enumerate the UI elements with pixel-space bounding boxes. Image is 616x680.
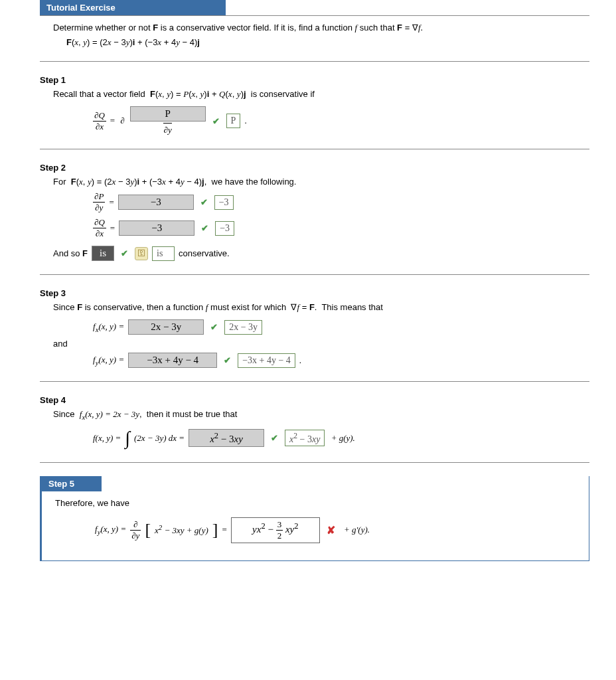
left-bracket-icon: [: [145, 520, 151, 540]
dp-dy-label: ∂P ∂y: [93, 191, 105, 213]
step3-fy-correct: −3x + 4y − 4: [238, 353, 295, 368]
step5-answer-input[interactable]: yx2 − 32 xy2: [231, 517, 320, 543]
step4-tail: + g(y).: [329, 433, 354, 444]
step-3-text: Since F is conservative, then a function…: [53, 302, 589, 313]
step-3-title: Step 3: [40, 288, 589, 298]
step1-answer-input[interactable]: P: [130, 106, 206, 122]
step3-and: and: [53, 339, 589, 349]
step4-lhs: f(x, y) =: [93, 433, 121, 444]
step-5-title: Step 5: [42, 476, 102, 491]
step-1-text: Recall that a vector field F(x, y) = P(x…: [53, 89, 589, 100]
step-3: Step 3 Since F is conservative, then a f…: [40, 288, 589, 368]
step-2-title: Step 2: [40, 163, 589, 173]
prompt-equation: F(x, y) = (2x − 3y)i + (−3x + 4y − 4)j: [53, 37, 589, 48]
d-dy-operator: ∂ ∂y: [130, 519, 141, 541]
tutorial-exercise-header: Tutorial Exercise: [40, 0, 226, 15]
step2-dp-input[interactable]: −3: [118, 195, 194, 210]
integral-icon: ∫: [125, 428, 130, 449]
step2-conclusion-pre: And so F: [53, 248, 88, 258]
step5-tail: + g'(y).: [342, 525, 370, 535]
check-icon: ✔: [224, 355, 231, 365]
check-icon: ✔: [200, 197, 208, 207]
step5-lhs: fy(x, y) =: [95, 524, 126, 536]
step4-answer-input[interactable]: x2 − 3xy: [189, 429, 264, 447]
step4-correct: x2 − 3xy: [285, 430, 325, 447]
check-icon: ✔: [210, 322, 218, 332]
step2-dq-correct: −3: [215, 221, 234, 236]
prompt-text: Determine whether or not F is a conserva…: [53, 23, 589, 33]
step2-is-correct: is: [152, 246, 175, 261]
step-2-text: For F(x, y) = (2x − 3y)i + (−3x + 4y − 4…: [53, 177, 589, 187]
d-dy-denom: ∂y: [163, 123, 171, 135]
step5-bracket-expr: x2 − 3xy + g(y): [155, 523, 208, 536]
step2-dq-input[interactable]: −3: [119, 220, 194, 236]
x-icon: ✘: [327, 524, 335, 537]
check-icon: ✔: [212, 116, 220, 126]
step-4: Step 4 Since fx(x, y) = 2x − 3y, then it…: [40, 395, 589, 449]
exercise-prompt: Determine whether or not F is a conserva…: [40, 23, 589, 48]
step-4-title: Step 4: [40, 395, 589, 405]
step-5-text: Therefore, we have: [55, 498, 589, 508]
step3-fy-input[interactable]: −3x + 4y − 4: [128, 353, 217, 368]
dq-dx-label-2: ∂Q ∂x: [93, 217, 106, 239]
step4-integrand: (2x − 3y) dx =: [134, 433, 185, 444]
step-2: Step 2 For F(x, y) = (2x − 3y)i + (−3x +…: [40, 163, 589, 261]
check-icon: ✔: [121, 248, 128, 258]
step3-fx-input[interactable]: 2x − 3y: [128, 319, 204, 335]
fx-label: fx(x, y) =: [93, 321, 124, 333]
right-bracket-icon: ]: [212, 520, 218, 540]
step-1: Step 1 Recall that a vector field F(x, y…: [40, 75, 589, 135]
step-4-text: Since fx(x, y) = 2x − 3y, then it must b…: [53, 409, 589, 421]
check-icon: ✔: [201, 223, 208, 233]
key-icon[interactable]: [135, 247, 148, 260]
dq-dx-label: ∂Q ∂x: [93, 110, 106, 132]
step-5: Step 5 Therefore, we have fy(x, y) = ∂ ∂…: [40, 476, 589, 561]
fy-label: fy(x, y) =: [93, 355, 124, 367]
step1-correct-answer: P: [226, 114, 241, 128]
d-dy-label: ∂: [119, 116, 125, 127]
check-icon: ✔: [271, 433, 278, 443]
step-1-title: Step 1: [40, 75, 589, 85]
step3-fx-correct: 2x − 3y: [224, 320, 262, 335]
step2-is-input[interactable]: is: [92, 246, 114, 261]
step2-conclusion-post: conservative.: [179, 248, 230, 258]
step2-dp-correct: −3: [214, 195, 234, 210]
